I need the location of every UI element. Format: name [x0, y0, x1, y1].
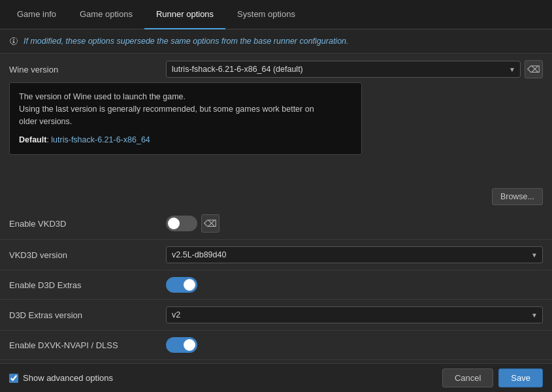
tooltip-line1: The version of Wine used to launch the g… [19, 91, 352, 103]
enable-dxvk-nvapi-row: Enable DXVK-NVAPI / DLSS [0, 331, 552, 360]
vkd3d-version-select[interactable]: v2.5L-db89d40 [166, 246, 543, 263]
tooltip-default: Default: lutris-fshack-6.21-6-x86_64 [19, 134, 352, 146]
tab-bar: Game info Game options Runner options Sy… [0, 0, 552, 29]
wine-version-select[interactable]: lutris-fshack-6.21-6-x86_64 (default) [166, 61, 521, 78]
tooltip-default-label: Default [19, 135, 46, 144]
wine-version-clear-btn[interactable]: ⌫ [525, 60, 543, 78]
d3d-extras-version-label: D3D Extras version [9, 310, 166, 320]
tooltip-line2: Using the last version is generally reco… [19, 103, 352, 116]
wine-version-select-wrapper[interactable]: lutris-fshack-6.21-6-x86_64 (default) [166, 61, 521, 78]
tab-runner-options[interactable]: Runner options [144, 0, 225, 29]
content-area: Wine version lutris-fshack-6.21-6-x86_64… [0, 54, 552, 392]
tooltip-line3: older versions. [19, 116, 352, 128]
info-text: If modified, these options supersede the… [24, 37, 349, 46]
vkd3d-version-row: VKD3D version v2.5L-db89d40 [0, 240, 552, 270]
wine-version-tooltip: The version of Wine used to launch the g… [9, 82, 362, 155]
tab-game-options[interactable]: Game options [68, 0, 144, 29]
d3d-extras-version-select-wrapper[interactable]: v2 [166, 306, 543, 323]
enable-d3d-extras-slider [166, 277, 197, 293]
info-bar: 🛈 If modified, these options supersede t… [0, 29, 552, 54]
footer-left: Show advanced options [9, 373, 113, 383]
vkd3d-version-select-wrapper[interactable]: v2.5L-db89d40 [166, 246, 543, 263]
browse-button[interactable]: Browse... [492, 188, 543, 205]
show-advanced-label: Show advanced options [23, 373, 113, 383]
save-button[interactable]: Save [498, 368, 543, 387]
show-advanced-checkbox[interactable] [9, 374, 18, 383]
tooltip-default-value: lutris-fshack-6.21-6-x86_64 [51, 135, 150, 144]
enable-dxvk-nvapi-slider [166, 337, 197, 353]
footer: Show advanced options Cancel Save [0, 363, 552, 392]
d3d-extras-version-control: v2 [166, 306, 543, 323]
enable-vkd3d-slider [166, 216, 197, 231]
enable-vkd3d-control: ⌫ [166, 214, 543, 233]
vkd3d-version-label: VKD3D version [9, 250, 166, 260]
d3d-extras-version-select[interactable]: v2 [166, 306, 543, 323]
enable-d3d-extras-toggle[interactable] [166, 277, 197, 293]
enable-vkd3d-toggle[interactable] [166, 216, 197, 231]
cancel-button[interactable]: Cancel [442, 368, 493, 387]
enable-vkd3d-clear-btn[interactable]: ⌫ [201, 214, 219, 233]
tab-system-options[interactable]: System options [225, 0, 307, 29]
enable-vkd3d-row: Enable VKD3D ⌫ [0, 208, 552, 240]
wine-version-label: Wine version [9, 65, 166, 74]
vkd3d-version-control: v2.5L-db89d40 [166, 246, 543, 263]
enable-dxvk-nvapi-toggle[interactable] [166, 337, 197, 353]
d3d-extras-version-row: D3D Extras version v2 [0, 300, 552, 331]
enable-d3d-extras-label: Enable D3D Extras [9, 280, 166, 290]
footer-right: Cancel Save [442, 368, 543, 387]
enable-dxvk-nvapi-label: Enable DXVK-NVAPI / DLSS [9, 340, 166, 350]
enable-d3d-extras-control [166, 277, 543, 293]
tab-game-info[interactable]: Game info [5, 0, 68, 29]
info-icon: 🛈 [9, 36, 18, 46]
wine-version-row: Wine version lutris-fshack-6.21-6-x86_64… [0, 54, 552, 85]
enable-dxvk-nvapi-control [166, 337, 543, 353]
enable-vkd3d-label: Enable VKD3D [9, 219, 166, 229]
browse-row: Browse... [0, 183, 552, 208]
enable-d3d-extras-row: Enable D3D Extras [0, 270, 552, 300]
wine-version-control: lutris-fshack-6.21-6-x86_64 (default) ⌫ [166, 60, 543, 78]
